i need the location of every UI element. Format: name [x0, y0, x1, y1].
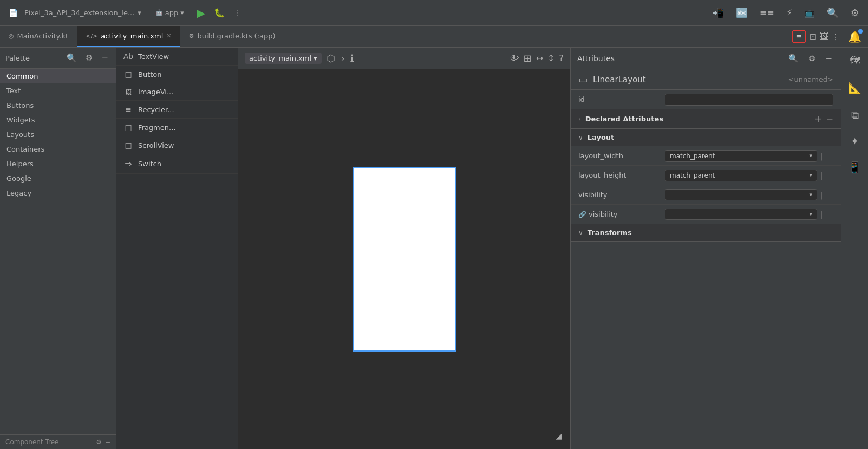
right-panel-star-icon[interactable]: ✦	[849, 133, 861, 149]
component-button[interactable]: □ Button	[116, 66, 238, 83]
app-dropdown-icon[interactable]: ▾	[180, 9, 184, 17]
component-switch[interactable]: ⇒ Switch	[116, 154, 238, 174]
tab-mainactivity[interactable]: ◎ MainActivity.kt	[0, 26, 77, 47]
canvas-h-arrow-icon[interactable]: ↔	[536, 53, 543, 63]
tab-build-gradle[interactable]: ⚙ build.gradle.kts (:app)	[180, 26, 284, 47]
component-fragment[interactable]: □ Fragmen...	[116, 119, 238, 136]
section-declared-attributes[interactable]: › Declared Attributes + −	[571, 109, 841, 129]
attr-layout-width-pin[interactable]: |	[820, 152, 823, 160]
canvas-forward-icon[interactable]: ›	[341, 53, 344, 64]
canvas-grid-icon[interactable]: ⊞	[524, 53, 532, 64]
palette-panel: Palette 🔍 ⚙ − Common Text Buttons Widget…	[0, 48, 116, 449]
section-layout[interactable]: ∨ Layout	[571, 129, 841, 146]
notification-button[interactable]: 🔔	[848, 30, 862, 43]
device-tab[interactable]: Pixel_3a_API_34_extension_le... ▾	[24, 9, 141, 17]
profiler-icon[interactable]: ⚡	[784, 5, 794, 20]
canvas-eye-icon[interactable]: 👁	[510, 53, 519, 64]
component-tree-minus[interactable]: −	[105, 438, 110, 446]
declared-attrs-actions: + −	[814, 114, 833, 124]
canvas-corner-indicator: ◢	[556, 432, 562, 440]
code-view-button[interactable]: ≡	[792, 30, 806, 43]
more-tab-options[interactable]: ⋮	[832, 32, 839, 41]
device-manager-icon[interactable]: 📲	[710, 5, 726, 21]
debug-button[interactable]: 🐛	[214, 8, 225, 18]
avd-manager-icon[interactable]: 📺	[802, 5, 817, 20]
tab-bar-right: ≡ ⊡ 🖼 ⋮ 🔔	[792, 30, 868, 43]
attr-layout-width-select[interactable]: match_parent ▾	[665, 150, 817, 162]
component-tree-settings[interactable]: ⚙	[96, 438, 102, 446]
attr-layout-height-label: layout_height	[578, 171, 665, 179]
recyclerview-label: Recycler...	[138, 106, 174, 114]
scrollview-icon: □	[123, 141, 134, 149]
declared-attrs-remove-icon[interactable]: −	[826, 114, 833, 124]
canvas-file-label: activity_main.xml	[249, 54, 311, 62]
palette-category-layouts[interactable]: Layouts	[0, 127, 116, 142]
palette-category-helpers[interactable]: Helpers	[0, 157, 116, 171]
design-view-button[interactable]: 🖼	[820, 31, 828, 42]
attr-layout-height-arrow: ▾	[809, 172, 812, 179]
palette-category-common[interactable]: Common	[0, 69, 116, 83]
attr-layout-height-select[interactable]: match_parent ▾	[665, 170, 817, 181]
transforms-label: Transforms	[588, 229, 833, 237]
canvas-orientation-icon[interactable]: ⬡	[327, 53, 336, 64]
run-button[interactable]: ▶	[197, 6, 205, 19]
tab-activity-main-xml[interactable]: </> activity_main.xml ✕	[77, 26, 180, 47]
code-view-icon: ≡	[796, 32, 802, 41]
attributes-settings-icon[interactable]: ⚙	[806, 51, 818, 66]
search-icon[interactable]: 🔍	[825, 5, 841, 21]
attr-visibility-pin[interactable]: |	[820, 191, 823, 199]
attr-visibility2-select[interactable]: ▾	[665, 209, 817, 220]
palette-category-text[interactable]: Text	[0, 83, 116, 98]
palette-title: Palette	[5, 54, 60, 62]
layout-inspector-icon[interactable]: ≡≡	[758, 5, 776, 20]
attr-layout-width-row: layout_width match_parent ▾ |	[571, 146, 841, 166]
attr-layout-width-text: match_parent	[670, 152, 809, 160]
palette-category-containers[interactable]: Containers	[0, 142, 116, 157]
right-panel-phone-icon[interactable]: 📱	[846, 159, 864, 176]
palette-category-google[interactable]: Google	[0, 171, 116, 186]
app-tab[interactable]: 🤖 app ▾	[155, 9, 184, 17]
attr-layout-height-text: match_parent	[670, 172, 809, 179]
attr-id-value[interactable]	[665, 94, 833, 106]
declared-attrs-label: Declared Attributes	[585, 115, 814, 123]
palette-category-buttons[interactable]: Buttons	[0, 98, 116, 113]
section-transforms[interactable]: ∨ Transforms	[571, 224, 841, 242]
declared-attrs-add-icon[interactable]: +	[814, 114, 821, 124]
settings-icon[interactable]: ⚙	[849, 5, 862, 21]
attr-visibility2-row: 🔗 visibility ▾ |	[571, 205, 841, 224]
right-panel-layout-icon[interactable]: 📐	[846, 79, 864, 96]
more-options-button[interactable]: ⋮	[233, 9, 240, 17]
palette-search-icon[interactable]: 🔍	[64, 51, 79, 65]
palette-category-widgets[interactable]: Widgets	[0, 113, 116, 127]
attributes-minimize-icon[interactable]: −	[823, 51, 834, 66]
canvas-info-icon[interactable]: ℹ	[350, 53, 354, 64]
component-textview[interactable]: Ab TextView	[116, 48, 238, 66]
attr-visibility2-pin[interactable]: |	[820, 210, 823, 219]
attr-visibility-select[interactable]: ▾	[665, 189, 817, 200]
attributes-search-icon[interactable]: 🔍	[786, 51, 801, 66]
tab-bar: ◎ MainActivity.kt </> activity_main.xml …	[0, 26, 868, 48]
palette-minimize-icon[interactable]: −	[99, 51, 110, 65]
right-panel-map-icon[interactable]: 🗺	[847, 52, 863, 69]
recyclerview-icon: ≡	[123, 105, 134, 114]
attr-visibility-value: ▾ |	[665, 189, 833, 200]
palette-settings-icon[interactable]: ⚙	[83, 51, 95, 65]
font-icon[interactable]: 🔤	[734, 5, 750, 21]
attr-id-input[interactable]	[665, 94, 833, 106]
component-scrollview[interactable]: □ ScrollView	[116, 136, 238, 154]
canvas-v-arrow-icon[interactable]: ↕	[547, 53, 554, 63]
component-imageview[interactable]: 🖼 ImageVi...	[116, 83, 238, 101]
attr-layout-height-pin[interactable]: |	[820, 171, 823, 180]
component-recyclerview[interactable]: ≡ Recycler...	[116, 101, 238, 119]
canvas-question-icon[interactable]: ?	[559, 53, 564, 63]
device-dropdown-icon[interactable]: ▾	[138, 9, 141, 17]
right-panel-copy-icon[interactable]: ⧉	[849, 106, 861, 123]
notification-badge-dot	[858, 29, 863, 34]
canvas-file-selector[interactable]: activity_main.xml ▾	[245, 53, 322, 64]
tab-close-button[interactable]: ✕	[166, 32, 171, 40]
title-bar-left: 📄 Pixel_3a_API_34_extension_le... ▾ 🤖 ap…	[6, 6, 710, 19]
canvas-area[interactable]: ◢	[238, 69, 570, 449]
split-view-button[interactable]: ⊡	[810, 31, 817, 42]
attr-visibility-arrow: ▾	[809, 191, 812, 198]
palette-category-legacy[interactable]: Legacy	[0, 186, 116, 200]
